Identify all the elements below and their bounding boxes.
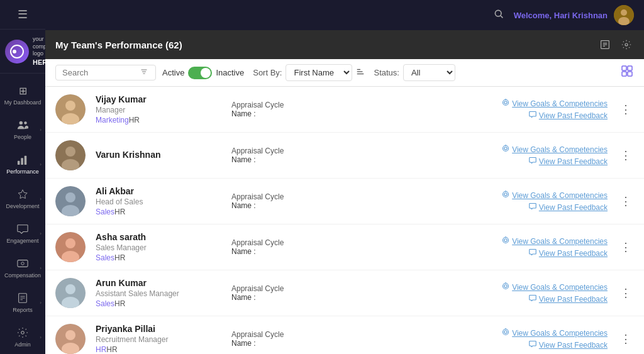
engagement-icon [16,222,30,236]
svg-rect-5 [21,158,23,165]
performance-title: My Team's Performance (62) [55,40,182,50]
employee-avatar [55,278,86,308]
employee-row: Ali AkbarHead of SalesSalesHR Appraisal … [45,179,644,224]
chevron-icon-eng: › [40,230,42,236]
development-icon [16,187,30,201]
employee-row: Asha sarathSales ManagerSalesHR Appraisa… [45,224,644,270]
sidebar-label-performance: Performance [6,169,39,175]
feedback-icon [529,294,536,304]
sidebar-item-reports[interactable]: Reports › [0,285,45,319]
view-feedback-link[interactable]: View Past Feedback [529,157,608,166]
chevron-icon-admin: › [40,334,42,340]
svg-point-67 [65,330,75,340]
svg-point-43 [65,147,75,157]
svg-point-49 [65,192,75,202]
sidebar-label-engagement: Engagement [6,238,38,244]
sidebar-item-engagement[interactable]: Engagement › [0,216,45,250]
search-container[interactable] [55,65,156,80]
employee-actions: View Goals & Competencies View Past Feed… [469,236,608,258]
svg-point-61 [65,284,75,294]
employee-actions: View Goals & Competencies View Past Feed… [469,282,608,304]
employee-info: Priyanka PillaiRecruitment ManagerHRHR [96,324,221,354]
sidebar-item-performance[interactable]: Performance › [0,147,45,181]
view-toggle[interactable] [621,65,634,80]
view-goals-link[interactable]: View Goals & Competencies [502,145,608,154]
employee-dept: MarketingHR [96,116,221,124]
appraisal-section: Appraisal Cycle Name : [231,101,459,118]
logo-icon [10,45,24,58]
main-area: Welcome, Hari Krishnan My Team's Perform… [45,0,644,354]
view-goals-link[interactable]: View Goals & Competencies [502,236,608,246]
employee-avatar [55,186,86,216]
more-options-button[interactable]: ⋮ [618,332,634,346]
more-options-button[interactable]: ⋮ [618,194,634,208]
dept-part1: Marketing [96,116,129,124]
svg-point-25 [625,43,628,46]
appraisal-name-value: Name : [231,339,459,348]
sidebar-label-development: Development [6,203,39,209]
view-goals-link[interactable]: View Goals & Competencies [502,99,608,108]
appraisal-section: Appraisal Cycle Name : [231,192,459,210]
view-feedback-link[interactable]: View Past Feedback [529,248,608,258]
employee-actions: View Goals & Competencies View Past Feed… [469,328,608,350]
appraisal-name-value: Name : [231,201,459,210]
sidebar-item-admin[interactable]: Admin › [0,319,45,354]
svg-point-46 [504,147,508,150]
logo-text: your company logo HERE [33,36,45,67]
filter-icon[interactable] [140,68,148,77]
toggle-section: Active Inactive [162,67,244,79]
content-area: My Team's Performance (62) Active [45,30,644,354]
sort-section: Sort By: First Name Last Name Department… [253,64,365,81]
chevron-icon-perf: › [40,161,42,167]
status-select[interactable]: All Active Inactive [403,64,455,81]
employee-avatar [55,94,86,124]
active-toggle[interactable] [188,67,212,79]
appraisal-section: Appraisal Cycle Name : [231,330,459,348]
sidebar-item-development[interactable]: Development › [0,181,45,216]
view-feedback-link[interactable]: View Past Feedback [529,340,608,350]
svg-point-3 [24,122,27,125]
dept-part2: HR [114,207,125,216]
logo-area: your company logo HERE [0,30,45,74]
settings-button[interactable] [619,37,634,52]
view-feedback-link[interactable]: View Past Feedback [529,202,608,212]
more-options-button[interactable]: ⋮ [618,148,634,162]
appraisal-name-value: Name : [231,155,459,164]
top-header: Welcome, Hari Krishnan [45,0,644,30]
goals-icon [502,328,509,338]
reports-icon [16,291,30,305]
dept-part1: Sales [96,299,114,308]
svg-rect-35 [628,72,632,76]
more-options-button[interactable]: ⋮ [618,240,634,254]
dept-part1: HR [96,345,106,354]
employee-avatar [55,232,86,262]
compensation-icon [16,257,30,270]
more-options-button[interactable]: ⋮ [618,102,634,116]
view-feedback-link[interactable]: View Past Feedback [529,294,608,304]
dept-part1: Sales [96,207,114,216]
view-goals-link[interactable]: View Goals & Competencies [502,328,608,338]
sidebar-item-compensation[interactable]: Compensation › [0,250,45,285]
sidebar-item-dashboard[interactable]: ⊞ My Dashboard [0,77,45,112]
svg-point-58 [504,239,508,242]
svg-rect-34 [622,72,626,76]
svg-point-8 [21,262,25,265]
sidebar-label-admin: Admin [14,341,31,348]
sort-select[interactable]: First Name Last Name Department Role [286,64,352,81]
search-input[interactable] [62,68,138,77]
goals-icon [502,145,509,154]
export-button[interactable] [597,37,613,52]
svg-point-57 [503,238,509,243]
user-avatar[interactable] [614,5,634,25]
view-goals-link[interactable]: View Goals & Competencies [502,282,608,292]
view-goals-link[interactable]: View Goals & Competencies [502,191,608,200]
sidebar-item-people[interactable]: People › [0,112,45,147]
employee-name: Varun Krishnan [96,150,221,160]
employee-info: Vijay KumarManagerMarketingHR [96,94,221,124]
view-feedback-link[interactable]: View Past Feedback [529,111,608,120]
hamburger-menu[interactable]: ☰ [0,0,45,30]
employee-role: Assistant Sales Manager [96,289,221,298]
header-search-icon[interactable] [494,9,504,21]
more-options-button[interactable]: ⋮ [618,286,634,300]
sort-order-icon[interactable] [356,67,365,78]
